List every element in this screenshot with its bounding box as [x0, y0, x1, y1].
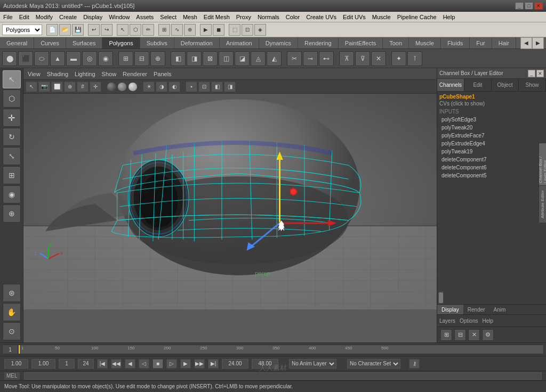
lasso-btn[interactable]: ⬡	[130, 24, 141, 36]
menu-normals[interactable]: Normals	[254, 13, 283, 21]
auto-key-btn[interactable]: ⚷	[409, 359, 420, 369]
vp-camera-btn[interactable]: 📷	[38, 81, 50, 92]
show-manip[interactable]: ⊕	[3, 205, 21, 223]
lt-tab-display[interactable]: Display	[437, 305, 463, 314]
rp-minimize[interactable]: _	[528, 70, 535, 77]
bridge-icon[interactable]: ⊠	[203, 51, 218, 66]
render-btn[interactable]: ▶	[200, 24, 212, 36]
tab-polygons[interactable]: Polygons	[102, 37, 140, 48]
lasso-tool[interactable]: ⬡	[3, 89, 21, 108]
redo-btn[interactable]: ↪	[101, 24, 113, 36]
lt-tab-render[interactable]: Render	[463, 305, 489, 314]
tool1[interactable]: ⬚	[229, 24, 240, 36]
menu-assets[interactable]: Assets	[133, 13, 157, 21]
range-start-field[interactable]	[222, 359, 248, 369]
tab-deformation[interactable]: Deformation	[174, 37, 220, 48]
mode-selector[interactable]: Polygons Animation Dynamics	[2, 24, 42, 35]
cb-item-1[interactable]: polyTweak20	[439, 124, 544, 132]
combine-icon[interactable]: ⊞	[118, 51, 133, 66]
vp-xray-btn[interactable]: ⊡	[198, 81, 210, 92]
vp-menu-panels[interactable]: Panels	[154, 71, 172, 77]
menu-create[interactable]: Create	[56, 13, 80, 21]
go-end-btn[interactable]: ▶|	[208, 359, 219, 369]
tab-dynamics[interactable]: Dynamics	[259, 37, 298, 48]
tool3[interactable]: ◈	[254, 24, 266, 36]
menu-file[interactable]: File	[0, 13, 16, 21]
collapse-icon[interactable]: ⊽	[355, 51, 370, 66]
tabbar-scroll-right[interactable]: ▶	[532, 37, 544, 49]
cvs-label[interactable]: CVs (click to show)	[439, 101, 544, 107]
rp-close[interactable]: ✕	[536, 70, 544, 77]
current-frame-field1[interactable]	[31, 359, 55, 369]
select-tool[interactable]: ↖	[3, 70, 21, 88]
vp-grid-btn[interactable]: #	[77, 81, 89, 92]
vp-menu-renderer[interactable]: Renderer	[123, 71, 147, 77]
tab-painteffects[interactable]: PaintEffects	[339, 37, 383, 48]
zoom-tool[interactable]: ⊙	[3, 322, 21, 340]
lt-tab-anim[interactable]: Anim	[489, 305, 510, 314]
separate-icon[interactable]: ⊟	[134, 51, 149, 66]
menu-edit-uvs[interactable]: Edit UVs	[340, 13, 369, 21]
tab-surfaces[interactable]: Surfaces	[66, 37, 102, 48]
vp-manip-btn[interactable]: ✛	[90, 81, 101, 92]
prev-key-btn[interactable]: ◀◀	[111, 359, 122, 369]
cb-item-3[interactable]: polyExtrudeEdge4	[439, 140, 544, 148]
new-scene-btn[interactable]: 📄	[46, 24, 58, 36]
tab-channels[interactable]: Channels	[437, 79, 464, 91]
attribute-editor-side-tab[interactable]: Attribute Editor	[539, 185, 546, 223]
insert-edge-icon[interactable]: ⊷	[319, 51, 334, 66]
fill-hole-icon[interactable]: ◫	[219, 51, 234, 66]
poly-disk-icon[interactable]: ◉	[98, 51, 113, 66]
tab-edit[interactable]: Edit	[464, 79, 492, 91]
select-btn[interactable]: ↖	[117, 24, 129, 36]
cb-item-2[interactable]: polyExtrudeFace7	[439, 132, 544, 140]
anim-layer-select[interactable]: No Anim Layer	[289, 359, 336, 369]
layer-add-icon[interactable]: ⊞	[440, 329, 452, 341]
menu-proxy[interactable]: Proxy	[233, 13, 254, 21]
tab-show[interactable]: Show	[519, 79, 546, 91]
vp-menu-show[interactable]: Show	[102, 71, 117, 77]
next-key-btn[interactable]: ▶▶	[194, 359, 205, 369]
vp-snap-btn[interactable]: ⊕	[64, 81, 76, 92]
poly-cone-icon[interactable]: ▲	[50, 51, 65, 66]
shading-flat[interactable]	[117, 82, 127, 92]
layer-opts-icon[interactable]: ⚙	[482, 329, 494, 341]
move-tool[interactable]: ✛	[3, 109, 21, 127]
menu-mesh[interactable]: Mesh	[180, 13, 200, 21]
layer-del-icon[interactable]: ✕	[468, 329, 480, 341]
undo-btn[interactable]: ↩	[88, 24, 100, 36]
menu-display[interactable]: Display	[80, 13, 106, 21]
tab-animation[interactable]: Animation	[220, 37, 259, 48]
split-poly-icon[interactable]: ✂	[287, 51, 302, 66]
vp-tog1[interactable]: ◧	[211, 81, 223, 92]
menu-edit-mesh[interactable]: Edit Mesh	[200, 13, 233, 21]
tab-rendering[interactable]: Rendering	[298, 37, 339, 48]
cb-item-0[interactable]: polySoftEdge3	[439, 116, 544, 124]
tab-fluids[interactable]: Fluids	[441, 37, 470, 48]
menu-select[interactable]: Select	[157, 13, 180, 21]
stop-btn[interactable]: ■	[152, 359, 163, 369]
poly-plane-icon[interactable]: ▬	[66, 51, 81, 66]
play-back-btn[interactable]: ◁	[139, 359, 149, 369]
paint-btn[interactable]: ✏	[142, 24, 154, 36]
vp-frame-btn[interactable]: ⬜	[51, 81, 63, 92]
vp-color-btn[interactable]: ▪	[186, 81, 197, 92]
cb-item-7[interactable]: deleteComponent5	[439, 172, 544, 179]
shading-smooth[interactable]	[128, 82, 138, 92]
pan-tool[interactable]: ✋	[3, 303, 21, 321]
layers-menu[interactable]: Layers	[439, 318, 455, 324]
shading-wireframe[interactable]	[107, 82, 116, 92]
menu-window[interactable]: Window	[106, 13, 133, 21]
merge-icon[interactable]: ⊼	[339, 51, 354, 66]
cb-item-5[interactable]: deleteComponent7	[439, 156, 544, 164]
cb-item-6[interactable]: deleteComponent6	[439, 164, 544, 172]
extrude-edge-icon[interactable]: ◨	[187, 51, 202, 66]
menu-modify[interactable]: Modify	[33, 13, 56, 21]
tool2[interactable]: ⊡	[242, 24, 253, 36]
extrude-face-icon[interactable]: ◧	[171, 51, 186, 66]
play-btn[interactable]: ▷	[166, 359, 177, 369]
vp-light2[interactable]: ◑	[156, 81, 167, 92]
smooth-icon[interactable]: ⊕	[150, 51, 165, 66]
vp-light3[interactable]: ◐	[168, 81, 180, 92]
tabbar-scroll-left[interactable]: ◀	[520, 37, 532, 49]
